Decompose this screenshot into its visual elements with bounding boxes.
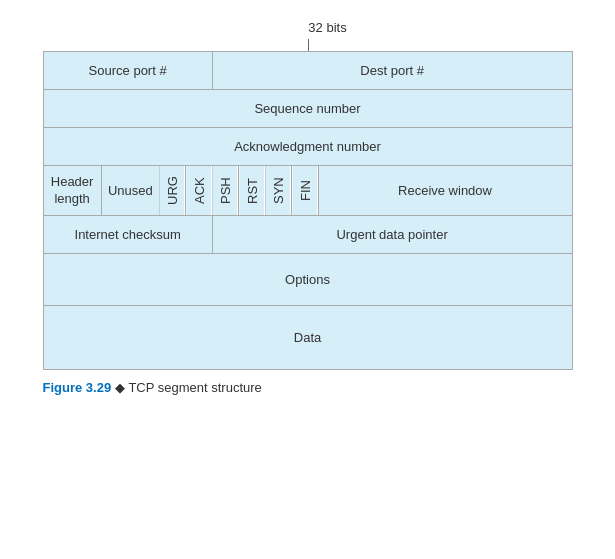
table-row: Sequence number	[43, 90, 572, 128]
figure-number: Figure 3.29	[43, 380, 112, 395]
header-length-cell: Headerlength	[43, 166, 101, 216]
table-row: Data	[43, 306, 572, 370]
receive-window-cell: Receive window	[318, 166, 572, 216]
internet-checksum: Internet checksum	[43, 216, 212, 254]
urg-flag: URG	[159, 166, 185, 216]
bits-label: 32 bits	[308, 20, 346, 35]
figure-caption: Figure 3.29 ◆ TCP segment structure	[43, 380, 573, 395]
acknowledgment-number: Acknowledgment number	[43, 128, 572, 166]
syn-flag: SYN	[265, 166, 291, 216]
urgent-data-pointer: Urgent data pointer	[212, 216, 572, 254]
table-row: Source port # Dest port #	[43, 52, 572, 90]
tick-line	[43, 39, 573, 51]
tcp-diagram: 32 bits Source port # Dest port # Sequen…	[20, 20, 595, 395]
fin-flag: FIN	[292, 166, 318, 216]
source-port: Source port #	[43, 52, 212, 90]
options-cell: Options	[43, 254, 572, 306]
figure-title: TCP segment structure	[128, 380, 261, 395]
table-row: Acknowledgment number	[43, 128, 572, 166]
table-row: Options	[43, 254, 572, 306]
figure-diamond: ◆	[115, 380, 125, 395]
unused-cell: Unused	[101, 166, 159, 216]
dest-port: Dest port #	[212, 52, 572, 90]
sequence-number: Sequence number	[43, 90, 572, 128]
tcp-table: Source port # Dest port # Sequence numbe…	[43, 51, 573, 370]
table-row: Headerlength Unused URG ACK PSH RST SYN …	[43, 166, 572, 216]
psh-flag: PSH	[212, 166, 238, 216]
data-cell: Data	[43, 306, 572, 370]
table-row: Internet checksum Urgent data pointer	[43, 216, 572, 254]
rst-flag: RST	[239, 166, 265, 216]
ack-flag: ACK	[186, 166, 212, 216]
